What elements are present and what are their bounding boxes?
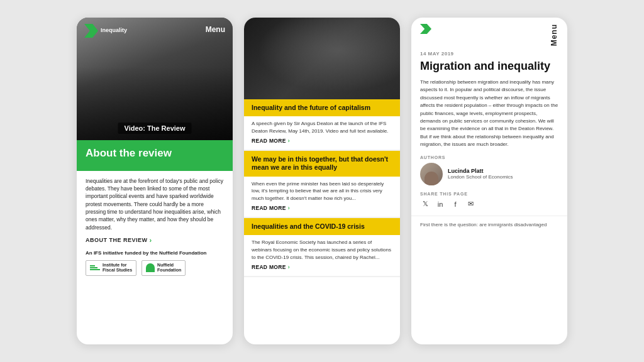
article-body-1: A speech given by Sir Angus Deaton at th… bbox=[244, 116, 400, 150]
logo-1[interactable]: Inequality bbox=[84, 24, 127, 38]
article-main-title: Migration and inequality bbox=[411, 60, 567, 73]
article-text-3: The Royal Economic Society has launched … bbox=[252, 239, 392, 261]
about-body-text: Inequalities are at the forefront of tod… bbox=[86, 177, 224, 231]
author-info: Lucinda Platt London School of Economics bbox=[448, 168, 513, 180]
article-body-2: When even the prime minister has been la… bbox=[244, 177, 400, 217]
nuffield-logo: NuffieldFoundation bbox=[142, 260, 186, 276]
read-more-1[interactable]: READ MORE › bbox=[252, 138, 392, 144]
menu-button-1[interactable]: Menu bbox=[206, 25, 225, 34]
article-title-1: Inequality and the future of capitalism bbox=[252, 104, 392, 112]
linkedin-icon[interactable]: in bbox=[435, 199, 445, 209]
menu-button-3[interactable]: Menu bbox=[550, 24, 558, 46]
logo-label-3: Inequality bbox=[434, 26, 460, 32]
logo-label-1: Inequality bbox=[101, 28, 127, 34]
article-title-bar-3[interactable]: Inequalities and the COVID-19 crisis bbox=[244, 218, 400, 235]
email-icon[interactable]: ✉ bbox=[465, 199, 475, 209]
article-excerpt: First there is the question: are immigra… bbox=[411, 216, 567, 229]
article-text-1: A speech given by Sir Angus Deaton at th… bbox=[252, 120, 392, 134]
article-item-3: Inequalities and the COVID-19 crisis The… bbox=[244, 218, 400, 277]
hero-image-1: Inequality Menu Video: The Review bbox=[77, 18, 233, 140]
ifs-logo: Institute forFiscal Studies bbox=[86, 260, 136, 276]
card3-header: Inequality Menu bbox=[411, 18, 567, 51]
nuffield-icon bbox=[146, 263, 155, 272]
author-avatar bbox=[420, 163, 443, 185]
article-title-bar-1[interactable]: Inequality and the future of capitalism bbox=[244, 99, 400, 116]
video-label[interactable]: Video: The Review bbox=[118, 123, 192, 134]
article-title-3: Inequalities and the COVID-19 crisis bbox=[252, 222, 392, 231]
nuffield-text: NuffieldFoundation bbox=[157, 263, 181, 273]
authors-label: AUTHORS bbox=[411, 155, 567, 160]
article-main-body: The relationship between migration and i… bbox=[411, 79, 567, 149]
about-title: About the review bbox=[86, 148, 224, 160]
arrow-icon: › bbox=[150, 236, 152, 244]
phone-card-2: Inequality and the future of capitalism … bbox=[244, 18, 400, 344]
phone-card-3: Inequality Menu 14 MAY 2019 Migration an… bbox=[411, 18, 567, 344]
logo-3[interactable]: Inequality bbox=[420, 24, 460, 34]
article-title-bar-2[interactable]: We may be in this together, but that doe… bbox=[244, 151, 400, 176]
article-item-1: Inequality and the future of capitalism … bbox=[244, 99, 400, 151]
article-title-2: We may be in this together, but that doe… bbox=[252, 155, 392, 172]
twitter-icon[interactable]: 𝕏 bbox=[420, 199, 430, 209]
author-item: Lucinda Platt London School of Economics bbox=[411, 163, 567, 185]
share-icons: 𝕏 in f ✉ bbox=[411, 199, 567, 209]
share-label: SHARE THIS PAGE bbox=[411, 192, 567, 196]
footer-label: An IFS initiative funded by the Nuffield… bbox=[86, 250, 224, 256]
article-text-2: When even the prime minister has been la… bbox=[252, 180, 392, 202]
article-body-3: The Royal Economic Society has launched … bbox=[244, 235, 400, 276]
articles-list: Inequality and the future of capitalism … bbox=[244, 99, 400, 344]
arrow-icon-3: › bbox=[288, 264, 290, 270]
article-date: 14 MAY 2019 bbox=[411, 51, 567, 57]
facebook-icon[interactable]: f bbox=[450, 199, 460, 209]
about-review-link[interactable]: ABOUT THE REVIEW › bbox=[86, 236, 224, 244]
partner-logos: Institute forFiscal Studies NuffieldFoun… bbox=[86, 260, 224, 276]
ifs-text: Institute forFiscal Studies bbox=[103, 263, 132, 273]
ifs-chevron-icon bbox=[84, 24, 98, 38]
read-more-2[interactable]: READ MORE › bbox=[252, 205, 392, 211]
author-name: Lucinda Platt bbox=[448, 168, 513, 174]
arrow-icon-1: › bbox=[288, 138, 290, 144]
ifs-bar-icon bbox=[90, 265, 100, 270]
about-header: About the review bbox=[77, 140, 233, 171]
ifs-chevron-icon-3 bbox=[420, 24, 431, 34]
article-item-2: We may be in this together, but that doe… bbox=[244, 151, 400, 218]
read-more-3[interactable]: READ MORE › bbox=[252, 264, 392, 270]
hero-image-2 bbox=[244, 18, 400, 99]
author-org: London School of Economics bbox=[448, 174, 513, 180]
card1-body: Inequalities are at the forefront of tod… bbox=[77, 171, 233, 344]
arrow-icon-2: › bbox=[288, 205, 290, 211]
phone-card-1: Inequality Menu Video: The Review About … bbox=[77, 18, 233, 344]
